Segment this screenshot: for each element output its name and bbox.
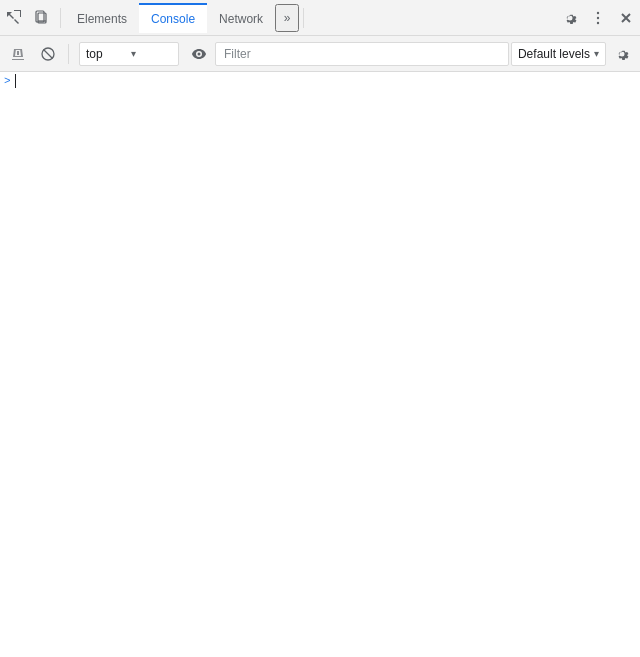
prompt-arrow: > — [4, 75, 11, 87]
console-settings-button[interactable] — [608, 40, 636, 68]
default-levels-selector[interactable]: Default levels ▾ — [511, 42, 606, 66]
settings-icon — [562, 10, 578, 26]
close-devtools-button[interactable] — [612, 4, 640, 32]
svg-point-6 — [597, 16, 599, 18]
default-levels-arrow: ▾ — [594, 48, 599, 59]
eye-icon — [191, 46, 207, 62]
toolbar-divider — [60, 8, 61, 28]
console-toolbar: top ▾ Filter Default levels ▾ — [0, 36, 640, 72]
context-arrow: ▾ — [131, 48, 172, 59]
tab-console[interactable]: Console — [139, 3, 207, 33]
tab-elements[interactable]: Elements — [65, 3, 139, 33]
more-tabs-button[interactable]: » — [275, 4, 299, 32]
settings-button[interactable] — [556, 4, 584, 32]
block-button[interactable] — [34, 40, 62, 68]
console-toolbar-divider — [68, 44, 69, 64]
console-area[interactable]: > ​ — [0, 72, 640, 621]
console-prompt-line: > ​ — [0, 72, 640, 90]
svg-point-5 — [597, 11, 599, 13]
eye-button[interactable] — [185, 40, 213, 68]
svg-point-7 — [597, 21, 599, 23]
context-selector[interactable]: top ▾ — [79, 42, 179, 66]
more-options-button[interactable] — [584, 4, 612, 32]
clear-console-button[interactable] — [4, 40, 32, 68]
inspect-element-button[interactable] — [0, 4, 28, 32]
inspect-icon — [6, 10, 22, 26]
clear-console-icon — [10, 46, 26, 62]
device-toggle-button[interactable] — [28, 4, 56, 32]
tabs-right-divider — [303, 8, 304, 28]
block-icon — [40, 46, 56, 62]
svg-line-9 — [44, 49, 53, 58]
svg-rect-1 — [20, 10, 21, 17]
tab-network[interactable]: Network — [207, 3, 275, 33]
device-icon — [34, 10, 50, 26]
console-cursor: ​ — [15, 74, 16, 88]
filter-input[interactable]: Filter — [215, 42, 509, 66]
devtools-header: Elements Console Network » — [0, 0, 640, 36]
header-right-buttons — [556, 4, 640, 32]
console-settings-icon — [614, 46, 630, 62]
close-icon — [618, 10, 634, 26]
more-icon — [590, 10, 606, 26]
svg-rect-0 — [14, 10, 21, 11]
